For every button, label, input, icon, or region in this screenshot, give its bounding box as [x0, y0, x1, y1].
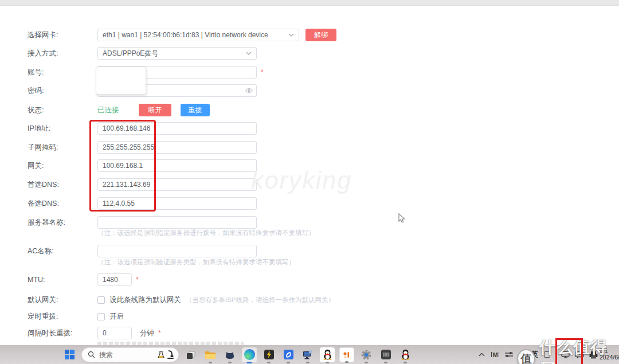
clock-date: 2024/6/: [600, 354, 619, 361]
dns1-input[interactable]: [97, 178, 257, 191]
account-required-mark: *: [261, 68, 264, 76]
row-server: 服务器名称:: [28, 216, 257, 229]
windows-logo-icon: [64, 349, 75, 360]
redial-interval-input[interactable]: [97, 327, 132, 339]
grid-box-icon: [381, 349, 391, 360]
status-label: 状态:: [28, 105, 97, 115]
browser-top-strip: [0, 0, 619, 6]
timed-redial-checkbox[interactable]: [97, 313, 105, 320]
ip-input[interactable]: [97, 122, 257, 135]
taskbar-icons: [62, 347, 413, 362]
redial-interval-label: 间隔时长重拨:: [28, 328, 97, 338]
task-view-button[interactable]: [183, 347, 198, 362]
display-monitor-icon: [561, 350, 570, 359]
tray-blue-arrow-icon[interactable]: [517, 345, 527, 364]
ac-label: AC名称:: [28, 246, 97, 256]
server-label: 服务器名称:: [28, 218, 97, 228]
tray-printer-button[interactable]: [587, 345, 600, 364]
tray-language-indicator[interactable]: 英: [530, 345, 540, 364]
tray-tune-button[interactable]: [503, 345, 515, 364]
unbind-button[interactable]: 解绑: [305, 29, 336, 41]
mask-label: 子网掩码:: [28, 143, 97, 152]
row-mtu: MTU: *: [28, 273, 139, 286]
mtu-label: MTU:: [28, 276, 97, 284]
tray-hidden-icon[interactable]: [542, 345, 551, 364]
dns1-label: 首选DNS:: [28, 180, 97, 190]
chevron-down-icon: [288, 32, 294, 38]
row-dns1: 首选DNS:: [28, 178, 257, 191]
blue-tile-app-button[interactable]: [281, 347, 296, 362]
start-button[interactable]: [62, 347, 77, 362]
dns2-input[interactable]: [97, 197, 257, 210]
running-indicator: [365, 362, 368, 363]
blue-tile-icon: [283, 349, 294, 360]
access-select[interactable]: ADSL/PPPoE拨号: [97, 47, 257, 60]
tray-display-button[interactable]: [559, 345, 572, 364]
redial-interval-required-mark: *: [158, 329, 161, 337]
orange-chart-icon: [342, 350, 351, 359]
search-input[interactable]: [99, 351, 152, 359]
ac-note: （注：该选项是强制验证服务类型，如果没有特殊要求请不要填写）: [97, 258, 295, 267]
ac-input[interactable]: [97, 245, 257, 257]
gateway-label: 网关:: [28, 161, 97, 171]
password-label: 密码:: [28, 86, 97, 96]
edge-browser-button[interactable]: [242, 347, 257, 362]
running-indicator: [306, 362, 310, 363]
nic-select-value: eth1 | wan1 | 52:54:00:b6:1d:83 | Virtio…: [103, 31, 268, 39]
mtu-input[interactable]: [97, 273, 132, 286]
edge-icon: [244, 349, 255, 360]
qq-2-button[interactable]: [398, 347, 413, 362]
timed-redial-checkbox-label[interactable]: 开启: [109, 312, 124, 322]
row-ip: IP地址:: [28, 122, 257, 135]
running-indicator: [345, 361, 348, 363]
qq-penguin-icon: [401, 349, 410, 360]
running-indicator: [209, 362, 212, 363]
remote-desktop-icon: [302, 350, 314, 360]
server-input[interactable]: [97, 216, 257, 229]
row-dns2: 备选DNS:: [28, 197, 257, 210]
qq-button[interactable]: [320, 347, 335, 362]
dns2-label: 备选DNS:: [28, 199, 97, 209]
access-select-value: ADSL/PPPoE拨号: [103, 49, 158, 58]
task-view-icon: [186, 350, 196, 360]
timed-redial-label: 定时重拨:: [28, 312, 97, 322]
mtu-required-mark: *: [136, 276, 139, 284]
mask-input[interactable]: [97, 141, 257, 154]
nic-select[interactable]: eth1 | wan1 | 52:54:00:b6:1d:83 | Virtio…: [97, 29, 299, 41]
tray-clock[interactable]: 3:1 2024/6/: [600, 347, 619, 361]
tray-ime-indicator[interactable]: M: [489, 345, 501, 364]
row-nic: 选择网卡: eth1 | wan1 | 52:54:00:b6:1d:83 | …: [28, 29, 336, 41]
orange-chart-app-button[interactable]: [339, 347, 354, 362]
censor-box: [96, 66, 146, 95]
redial-button[interactable]: 重拨: [181, 104, 210, 116]
default-gateway-checkbox[interactable]: [97, 296, 105, 304]
default-gateway-hint: （当您有多条ISP线路，请选择一条作为默认网关）: [186, 296, 335, 304]
disconnect-button[interactable]: 断开: [139, 104, 171, 116]
running-indicator: [247, 362, 252, 363]
status-value: 已连接: [97, 105, 138, 115]
server-note: （注：该选择是强制指定服务器进行拨号，如果没有特殊要求请不要填写）: [97, 229, 315, 237]
redial-interval-unit: 分钟: [140, 328, 154, 338]
tray-chat-button[interactable]: [573, 345, 586, 364]
access-label: 接入方式:: [28, 49, 97, 58]
printer-icon: [589, 351, 598, 359]
default-gateway-checkbox-label[interactable]: 设此条线路为默认网关: [109, 295, 181, 305]
container-grid-app-button[interactable]: [378, 347, 393, 362]
chevron-down-icon: [246, 50, 252, 56]
row-redial-interval: 间隔时长重拨: 分钟 *: [28, 327, 161, 339]
taskbar-search[interactable]: [81, 347, 179, 362]
taskbar: M 英: [0, 345, 619, 364]
remote-desktop-button[interactable]: [300, 347, 315, 362]
file-explorer-button[interactable]: [203, 347, 218, 362]
hidden-tray-glyph: [544, 351, 550, 358]
gateway-input[interactable]: [97, 159, 257, 172]
cat-app-button[interactable]: [222, 347, 237, 362]
ip-label: IP地址:: [28, 124, 97, 134]
tray-expand-button[interactable]: [477, 345, 486, 364]
clock-time: 3:1: [600, 347, 619, 354]
eye-icon[interactable]: [245, 87, 253, 94]
chat-bubble-icon: [575, 351, 584, 359]
settings-button[interactable]: [359, 347, 374, 362]
running-indicator: [326, 362, 329, 363]
yellow-lightning-app-button[interactable]: [261, 347, 276, 362]
